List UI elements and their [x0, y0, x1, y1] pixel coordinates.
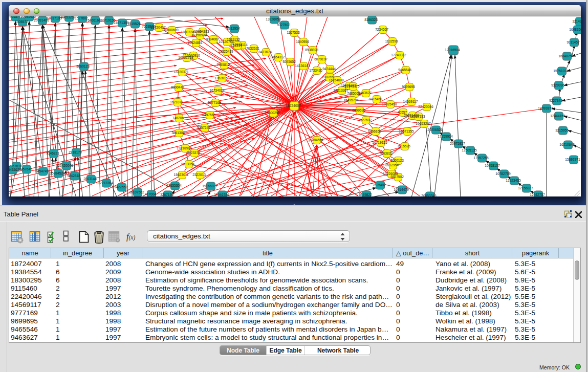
svg-text:1214313: 1214313: [572, 19, 581, 23]
svg-text:417004: 417004: [145, 192, 156, 196]
svg-text:18300295: 18300295: [265, 111, 280, 115]
svg-text:2803144: 2803144: [83, 177, 97, 181]
svg-text:10654112: 10654112: [270, 55, 285, 59]
svg-text:1615132: 1615132: [227, 38, 240, 41]
svg-text:20975857: 20975857: [450, 142, 465, 145]
svg-text:17359914: 17359914: [438, 135, 453, 138]
svg-text:18937193: 18937193: [47, 16, 62, 20]
svg-text:7515526: 7515526: [397, 144, 410, 148]
svg-text:16483508: 16483508: [569, 28, 581, 31]
svg-text:8186323: 8186323: [364, 18, 378, 21]
svg-text:12213364: 12213364: [98, 181, 113, 185]
svg-text:23420046: 23420046: [58, 164, 73, 167]
svg-text:7632621: 7632621: [246, 47, 259, 50]
svg-text:10025458: 10025458: [382, 102, 397, 106]
svg-text:9329996: 9329996: [551, 83, 564, 87]
svg-text:12505135: 12505135: [462, 148, 477, 152]
svg-text:16210643: 16210643: [559, 143, 575, 146]
svg-text:7234567: 7234567: [375, 28, 388, 31]
svg-text:5449822: 5449822: [359, 193, 372, 196]
svg-text:15623011: 15623011: [174, 173, 189, 177]
svg-text:2718170: 2718170: [69, 150, 82, 154]
svg-text:16543362: 16543362: [9, 168, 19, 171]
svg-text:19218906: 19218906: [177, 146, 192, 150]
svg-text:1167533: 1167533: [287, 31, 300, 34]
svg-text:3215955: 3215955: [555, 128, 569, 132]
svg-text:12213367: 12213367: [333, 89, 349, 92]
svg-text:10958107: 10958107: [485, 164, 500, 167]
svg-text:19384554: 19384554: [308, 138, 323, 142]
svg-text:8471676: 8471676: [258, 50, 272, 54]
svg-text:9327502: 9327502: [277, 23, 290, 27]
svg-text:12156827: 12156827: [518, 186, 533, 190]
svg-text:8912954: 8912954: [227, 27, 240, 30]
svg-text:1640954: 1640954: [296, 40, 309, 43]
svg-text:8660123: 8660123: [76, 64, 90, 68]
svg-text:252214: 252214: [231, 43, 242, 47]
svg-text:2322013: 2322013: [192, 173, 206, 177]
svg-text:19654923: 19654923: [194, 30, 209, 33]
svg-text:10653267: 10653267: [416, 122, 431, 125]
svg-text:1362615: 1362615: [214, 76, 228, 80]
svg-text:16671355: 16671355: [114, 21, 129, 25]
svg-text:10719155: 10719155: [372, 141, 387, 144]
svg-text:1621072: 1621072: [170, 100, 183, 104]
svg-text:9427552: 9427552: [114, 185, 127, 189]
svg-text:12444155: 12444155: [550, 114, 565, 118]
svg-text:9463627: 9463627: [358, 91, 372, 95]
svg-text:9311457: 9311457: [567, 40, 580, 44]
svg-text:40557: 40557: [10, 16, 19, 18]
svg-text:16107562: 16107562: [129, 190, 144, 194]
svg-text:12942757: 12942757: [530, 193, 545, 196]
svg-text:18220371: 18220371: [173, 70, 189, 74]
svg-text:1132599: 1132599: [385, 39, 398, 43]
svg-text:6497568: 6497568: [202, 113, 215, 117]
svg-text:15495794: 15495794: [343, 98, 359, 102]
svg-text:20206526: 20206526: [427, 128, 443, 132]
svg-text:8454749: 8454749: [35, 169, 49, 173]
svg-text:7357247: 7357247: [197, 126, 210, 129]
svg-text:9474444: 9474444: [322, 67, 336, 71]
svg-text:14569117: 14569117: [403, 100, 418, 103]
svg-text:16734024: 16734024: [209, 89, 225, 92]
svg-text:16961758: 16961758: [178, 56, 193, 59]
svg-text:1733426: 1733426: [309, 69, 322, 72]
svg-text:9699695: 9699695: [402, 85, 415, 89]
svg-text:3861305: 3861305: [171, 131, 185, 135]
svg-text:9327502: 9327502: [390, 175, 404, 179]
svg-text:9115460: 9115460: [369, 97, 382, 101]
svg-text:9146821: 9146821: [46, 151, 59, 155]
svg-text:8938928: 8938928: [305, 48, 318, 52]
svg-text:746206: 746206: [172, 116, 184, 120]
svg-text:1405572: 1405572: [15, 20, 28, 24]
svg-text:8813054: 8813054: [181, 162, 194, 166]
svg-text:18937193: 18937193: [410, 115, 425, 118]
svg-text:6879197: 6879197: [314, 57, 328, 61]
svg-text:8660123: 8660123: [390, 159, 404, 162]
svg-text:7515526: 7515526: [127, 22, 141, 26]
svg-text:15751074: 15751074: [553, 69, 569, 73]
svg-text:10782759: 10782759: [495, 172, 511, 176]
svg-text:1527602: 1527602: [75, 16, 88, 20]
svg-text:16914479: 16914479: [394, 188, 409, 191]
svg-text:1527602: 1527602: [358, 118, 372, 122]
svg-text:12093873: 12093873: [538, 106, 553, 110]
svg-text:8990443: 8990443: [171, 85, 184, 89]
svg-text:17957255: 17957255: [473, 156, 489, 160]
svg-text:10524851: 10524851: [187, 41, 203, 45]
svg-text:12923465: 12923465: [506, 179, 521, 182]
svg-text:6899695: 6899695: [352, 108, 365, 112]
svg-text:9084067: 9084067: [206, 37, 219, 41]
svg-text:7625402: 7625402: [373, 183, 386, 187]
svg-text:12975115: 12975115: [345, 84, 360, 88]
svg-text:17240332: 17240332: [391, 53, 406, 57]
svg-text:9223372: 9223372: [187, 151, 200, 155]
svg-text:9777169: 9777169: [208, 101, 221, 104]
svg-text:9242848: 9242848: [67, 174, 80, 178]
svg-text:20053346: 20053346: [421, 194, 437, 196]
svg-text:9227343: 9227343: [549, 99, 562, 102]
svg-text:22420046: 22420046: [418, 105, 433, 108]
svg-text:15884520: 15884520: [50, 171, 65, 175]
svg-text:18724007: 18724007: [286, 104, 301, 107]
svg-text:17016504: 17016504: [445, 48, 460, 52]
